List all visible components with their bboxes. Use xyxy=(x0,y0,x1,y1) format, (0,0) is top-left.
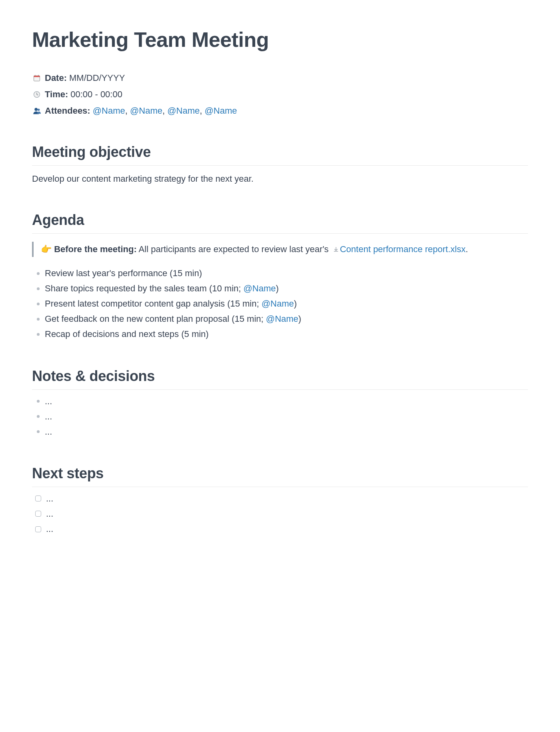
checkbox[interactable] xyxy=(35,495,41,501)
date-value[interactable]: MM/DD/YYYY xyxy=(69,71,125,84)
next-steps-heading: Next steps xyxy=(32,463,528,487)
mention[interactable]: @Name xyxy=(243,283,276,293)
mention[interactable]: @Name xyxy=(93,106,125,116)
mention[interactable]: @Name xyxy=(266,314,298,324)
objective-text[interactable]: Develop our content marketing strategy f… xyxy=(32,172,528,185)
svg-rect-2 xyxy=(35,75,35,76)
svg-rect-1 xyxy=(34,76,40,77)
list-item[interactable]: ... xyxy=(37,410,528,423)
notes-list: ... ... ... xyxy=(32,395,528,439)
checklist-text: ... xyxy=(46,522,53,536)
mention[interactable]: @Name xyxy=(262,299,294,309)
checklist-text: ... xyxy=(46,507,53,521)
agenda-item[interactable]: Present latest competitor content gap an… xyxy=(37,297,528,311)
meta-time-row: Time: 00:00 - 00:00 xyxy=(32,88,528,101)
meta-date-row: Date: MM/DD/YYYY xyxy=(32,71,528,84)
mention[interactable]: @Name xyxy=(204,106,237,116)
time-label: Time: xyxy=(45,88,68,101)
list-item[interactable]: ... xyxy=(37,395,528,408)
checklist-text: ... xyxy=(46,492,53,505)
agenda-item[interactable]: Review last year's performance (15 min) xyxy=(37,267,528,280)
clock-icon xyxy=(32,90,42,99)
download-icon xyxy=(333,247,339,253)
agenda-item[interactable]: Share topics requested by the sales team… xyxy=(37,282,528,295)
agenda-heading: Agenda xyxy=(32,209,528,234)
meta-attendees-row: Attendees: @Name, @Name, @Name, @Name xyxy=(32,104,528,117)
checkbox[interactable] xyxy=(35,511,41,517)
attendees-label: Attendees: xyxy=(45,104,90,117)
list-item[interactable]: ... xyxy=(37,425,528,439)
objective-heading: Meeting objective xyxy=(32,141,528,166)
attendees-list: @Name, @Name, @Name, @Name xyxy=(93,104,237,117)
file-link[interactable]: Content performance report.xlsx xyxy=(340,244,466,254)
mention[interactable]: @Name xyxy=(167,106,200,116)
agenda-callout[interactable]: 👉 Before the meeting: All participants a… xyxy=(32,242,528,257)
notes-heading: Notes & decisions xyxy=(32,365,528,390)
agenda-item[interactable]: Recap of decisions and next steps (5 min… xyxy=(37,327,528,341)
svg-point-5 xyxy=(34,108,38,111)
checklist-item[interactable]: ... xyxy=(35,507,528,521)
callout-suffix: . xyxy=(466,244,468,254)
agenda-item[interactable]: Get feedback on the new content plan pro… xyxy=(37,312,528,326)
silhouette-icon xyxy=(32,106,42,116)
callout-bold: Before the meeting: xyxy=(54,244,137,254)
svg-point-6 xyxy=(38,108,40,111)
checkbox[interactable] xyxy=(35,526,41,532)
svg-rect-3 xyxy=(38,75,39,76)
next-steps-list: ... ... ... xyxy=(32,492,528,536)
date-label: Date: xyxy=(45,71,67,84)
page-title: Marketing Team Meeting xyxy=(32,24,528,55)
pointing-right-emoji: 👉 xyxy=(41,244,52,254)
mention[interactable]: @Name xyxy=(130,106,162,116)
callout-text: All participants are expected to review … xyxy=(137,244,331,254)
agenda-list: Review last year's performance (15 min) … xyxy=(32,267,528,341)
checklist-item[interactable]: ... xyxy=(35,492,528,505)
calendar-icon xyxy=(32,73,42,83)
checklist-item[interactable]: ... xyxy=(35,522,528,536)
time-value[interactable]: 00:00 - 00:00 xyxy=(70,88,122,101)
